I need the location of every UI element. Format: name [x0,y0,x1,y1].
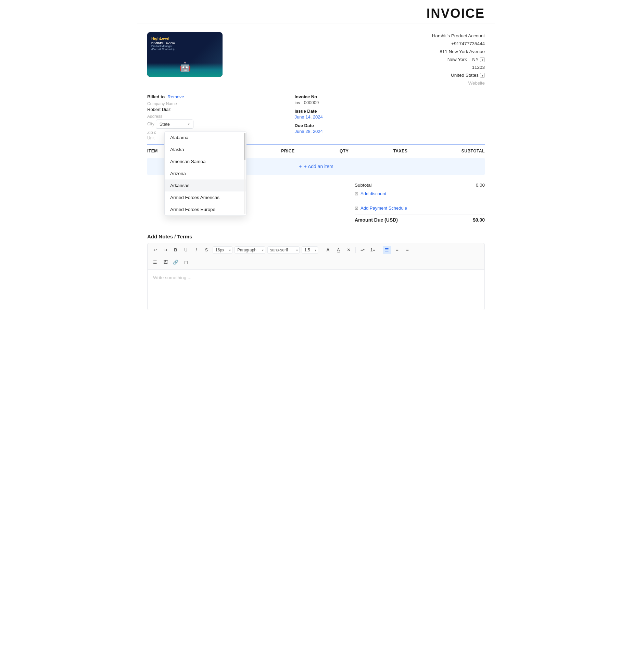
logo-role-line1: Product Manager [151,45,218,48]
invoice-no-value: inv_ 000009 [294,100,485,105]
payment-schedule-icon: ⊠ [355,206,358,211]
text-color-button[interactable]: A [324,246,332,254]
add-discount-row[interactable]: ⊠ Add discount [355,190,485,198]
billed-to-block: Billed to Remove Company Name Robert Dia… [147,94,274,141]
client-name: Robert Diaz [147,107,274,112]
embed-button[interactable]: ◻ [182,258,190,266]
invoice-header: INVOICE [137,0,495,24]
bullet-list-button[interactable]: ≡• [358,246,367,254]
font-size-select[interactable]: 16px 12px 14px 18px 24px [213,246,232,254]
underline-button[interactable]: U [182,246,190,254]
paragraph-style-select-wrap: Paragraph Heading 1 Heading 2 [235,246,265,254]
divider [355,200,485,200]
state-dropdown-list: Alabama Alaska American Samoa Arizona Ar… [164,131,247,216]
issue-date-value: June 14, 2024 [294,114,485,120]
company-city: New York [447,56,467,64]
strikethrough-button[interactable]: S [202,246,211,254]
top-section: HighLevel HARSHIT GARG Product Manager (… [137,24,495,94]
company-website[interactable]: Website [432,79,485,87]
add-item-label: + Add an item [304,164,333,169]
dropdown-scrollbar-thumb[interactable] [244,133,245,160]
plus-icon: + [299,163,302,170]
line-height-select[interactable]: 1.5 1.0 2.0 [302,246,318,254]
toolbar-divider-1 [321,247,321,253]
robot-icon: 🤖 [179,61,191,73]
font-size-select-wrap: 16px 12px 14px 18px 24px [213,246,232,254]
dropdown-scrollbar-track [244,133,245,214]
subtotal-value: 0.00 [476,183,485,188]
billed-to-label: Billed to [147,94,165,99]
company-name-label: Company Name [147,101,274,106]
add-payment-label[interactable]: Add Payment Schedule [361,206,407,211]
notes-editor-body[interactable]: Write something ... [147,269,485,310]
editor-toolbar-row2: ☰ 🖼 🔗 ◻ [147,257,485,269]
company-city-state: New York, NY ▾ [432,56,485,64]
due-date-row: Due Date June 28, 2024 [294,123,485,134]
billing-section: Billed to Remove Company Name Robert Dia… [137,94,495,145]
state-option-arkansas[interactable]: Arkansas [165,179,246,191]
due-date-value: June 28, 2024 [294,129,485,134]
issue-date-row: Issue Date June 14, 2024 [294,109,485,120]
state-option-american-samoa[interactable]: American Samoa [165,155,246,167]
state-dropdown-button[interactable]: State ▾ [156,120,193,129]
font-family-select[interactable]: sans-serif serif monospace [267,246,300,254]
totals-box: Subtotal 0.00 ⊠ Add discount ⊠ Add Payme… [355,181,485,225]
company-phone: +917477735444 [432,40,485,48]
state-option-armed-forces-americas[interactable]: Armed Forces Americas [165,191,246,203]
company-info: Harshit's Product Account +917477735444 … [432,32,485,87]
discount-icon: ⊠ [355,191,358,196]
state-options-container: Alabama Alaska American Samoa Arizona Ar… [165,132,246,215]
align-right-button[interactable]: ≡ [403,246,412,254]
notes-title: Add Notes / Terms [147,234,485,239]
col-taxes-header: TAXES [372,149,428,153]
country-chevron-icon[interactable]: ▾ [480,73,485,78]
align-center-button[interactable]: ≡ [393,246,401,254]
highlight-button[interactable]: A̲ [334,246,342,254]
state-option-arizona[interactable]: Arizona [165,167,246,179]
state-option-armed-forces-europe[interactable]: Armed Forces Europe [165,203,246,215]
billed-to-header: Billed to Remove [147,94,274,99]
remove-link[interactable]: Remove [167,94,184,99]
state-option-alaska[interactable]: Alaska [165,144,246,155]
issue-date-label: Issue Date [294,109,485,114]
add-discount-label[interactable]: Add discount [361,191,386,196]
indent-button[interactable]: ☰ [151,258,159,266]
add-payment-row[interactable]: ⊠ Add Payment Schedule [355,202,485,213]
invoice-no-label: Invoice No [294,94,485,99]
notes-placeholder: Write something ... [153,275,191,280]
state-dropdown-chevron-icon: ▾ [188,122,190,126]
link-button[interactable]: 🔗 [172,258,180,266]
number-list-button[interactable]: 1≡ [369,246,377,254]
logo-brand: HighLevel [151,36,218,40]
company-zip: 11203 [432,64,485,72]
logo-person-name: HARSHIT GARG [151,41,218,45]
state-chevron-icon[interactable]: ▾ [480,57,485,62]
col-qty-header: QTY [316,149,372,153]
company-address: 811 New York Avenue [432,48,485,56]
invoice-title: INVOICE [427,6,485,21]
bold-button[interactable]: B [172,246,180,254]
italic-button[interactable]: I [192,246,200,254]
address-label: Address [147,114,274,119]
col-subtotal-header: SUBTOTAL [429,149,485,153]
toolbar-divider-3 [380,247,380,253]
amount-due-row: Amount Due (USD) $0.00 [355,214,485,225]
state-option-alabama[interactable]: Alabama [165,132,246,144]
toolbar-divider-2 [355,247,356,253]
subtotal-row: Subtotal 0.00 [355,181,485,190]
col-price-header: PRICE [260,149,316,153]
font-family-select-wrap: sans-serif serif monospace [267,246,300,254]
invoice-meta-block: Invoice No inv_ 000009 Issue Date June 1… [294,94,485,141]
city-state-row: City State ▾ Alabama Alaska American Sam… [147,120,274,129]
invoice-no-row: Invoice No inv_ 000009 [294,94,485,105]
redo-button[interactable]: ↪ [161,246,169,254]
company-country: United States [451,72,479,79]
align-left-button[interactable]: ☰ [383,246,391,254]
paragraph-style-select[interactable]: Paragraph Heading 1 Heading 2 [235,246,265,254]
undo-button[interactable]: ↩ [151,246,159,254]
amount-due-label: Amount Due (USD) [355,217,398,223]
clear-format-button[interactable]: ✕ [344,246,353,254]
line-height-select-wrap: 1.5 1.0 2.0 [302,246,318,254]
image-button[interactable]: 🖼 [161,258,169,266]
amount-due-value: $0.00 [473,217,485,223]
